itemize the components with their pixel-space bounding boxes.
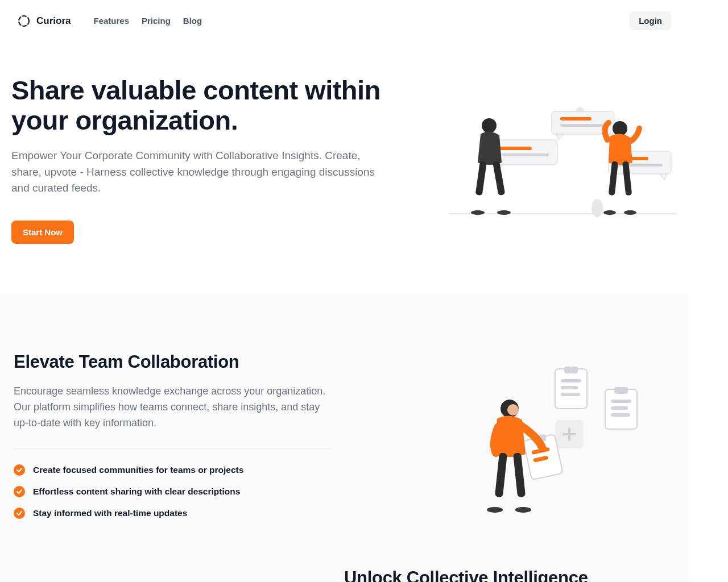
- svg-rect-35: [611, 406, 628, 410]
- svg-point-0: [19, 16, 29, 26]
- checklist-item: Stay informed with real-time updates: [14, 508, 332, 519]
- collaboration-section: Elevate Team Collaboration Encourage sea…: [0, 295, 688, 582]
- collaboration-title: Elevate Team Collaboration: [14, 352, 332, 372]
- collaboration-checklist: Create focused communities for teams or …: [14, 464, 332, 519]
- hero-subtitle: Empower Your Corporate Community with Co…: [11, 148, 375, 197]
- svg-rect-36: [611, 413, 630, 417]
- svg-point-17: [482, 118, 497, 133]
- svg-marker-14: [660, 174, 667, 180]
- svg-rect-34: [611, 400, 631, 403]
- checklist-item-label: Stay informed with real-time updates: [33, 508, 187, 518]
- check-circle-icon: [14, 486, 25, 497]
- brand[interactable]: Curiora: [17, 14, 71, 28]
- intelligence-title: Unlock Collective Intelligence: [344, 568, 661, 582]
- check-circle-icon: [14, 464, 25, 476]
- brand-logo-icon: [17, 14, 31, 28]
- login-button[interactable]: Login: [630, 11, 671, 30]
- svg-point-4: [592, 199, 603, 217]
- collaboration-illustration: [436, 352, 675, 522]
- svg-rect-18: [475, 161, 487, 196]
- svg-point-45: [507, 404, 519, 415]
- svg-point-48: [487, 507, 503, 513]
- svg-rect-31: [561, 393, 580, 396]
- nav-link-features[interactable]: Features: [93, 16, 129, 26]
- checklist-item-label: Effortless content sharing with clear de…: [33, 487, 240, 497]
- svg-rect-47: [513, 452, 526, 497]
- hero-text: Share valuable content within your organ…: [11, 76, 387, 244]
- brand-name: Curiora: [36, 15, 71, 27]
- divider: [14, 448, 332, 448]
- header-left: Curiora Features Pricing Blog: [17, 14, 202, 28]
- start-now-button[interactable]: Start Now: [11, 221, 74, 244]
- svg-point-20: [471, 210, 485, 215]
- check-circle-icon: [14, 508, 25, 519]
- nav-link-blog[interactable]: Blog: [183, 16, 202, 26]
- svg-rect-46: [495, 452, 507, 497]
- hero-title: Share valuable content within your organ…: [11, 76, 387, 135]
- svg-point-49: [515, 507, 531, 513]
- svg-rect-28: [564, 367, 578, 373]
- svg-rect-29: [561, 379, 581, 383]
- checklist-item-label: Create focused communities for teams or …: [33, 465, 243, 475]
- svg-rect-19: [493, 161, 505, 196]
- collaboration-text: Elevate Team Collaboration Encourage sea…: [14, 352, 332, 519]
- intelligence-section-header: Unlock Collective Intelligence: [14, 522, 675, 582]
- svg-rect-7: [560, 117, 592, 120]
- nav-link-pricing[interactable]: Pricing: [142, 16, 171, 26]
- svg-marker-6: [556, 134, 563, 140]
- svg-point-21: [497, 210, 511, 215]
- svg-rect-8: [560, 124, 606, 127]
- svg-rect-12: [498, 153, 549, 156]
- svg-point-22: [613, 121, 627, 136]
- checklist-item: Effortless content sharing with clear de…: [14, 486, 332, 497]
- checklist-item: Create focused communities for teams or …: [14, 464, 332, 476]
- hero-section: Share valuable content within your organ…: [0, 41, 688, 295]
- svg-rect-30: [561, 386, 578, 389]
- primary-nav: Features Pricing Blog: [93, 16, 202, 26]
- svg-rect-11: [498, 147, 532, 150]
- site-header: Curiora Features Pricing Blog Login: [0, 0, 688, 41]
- collaboration-description: Encourage seamless knowledge exchange ac…: [14, 384, 332, 431]
- svg-rect-33: [614, 387, 628, 394]
- hero-illustration: [449, 94, 677, 225]
- svg-point-25: [603, 210, 616, 215]
- svg-point-26: [624, 210, 636, 215]
